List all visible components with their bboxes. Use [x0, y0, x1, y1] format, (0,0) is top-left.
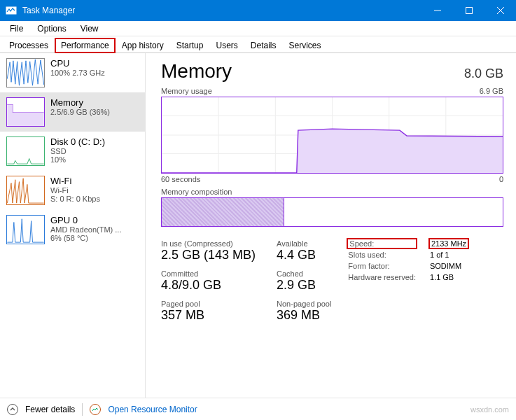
sidebar-item-label: Memory	[50, 97, 139, 108]
maximize-button[interactable]	[453, 0, 484, 21]
tab-performance[interactable]: Performance	[55, 38, 116, 53]
sidebar-item-sub: AMD Radeon(TM) ...	[50, 225, 139, 234]
tab-processes[interactable]: Processes	[3, 38, 55, 53]
stat-value: 2.5 GB (143 MB)	[161, 248, 256, 262]
sidebar-item-sub2: 10%	[50, 155, 139, 164]
menu-view[interactable]: View	[74, 22, 106, 35]
memory-capacity: 8.0 GB	[464, 66, 503, 81]
speed-value: 2133 MHz	[428, 238, 469, 249]
memory-composition-chart[interactable]	[161, 197, 503, 227]
title-bar: Task Manager	[0, 0, 516, 21]
task-manager-icon	[6, 5, 17, 16]
sidebar-item-wifi[interactable]: Wi-Fi Wi-Fi S: 0 R: 0 Kbps	[0, 171, 145, 210]
wifi-thumb	[6, 176, 45, 205]
minimize-button[interactable]	[421, 0, 453, 21]
stat-value: 4.8/9.0 GB	[161, 278, 256, 293]
sidebar-item-sub2: S: 0 R: 0 Kbps	[50, 195, 139, 203]
chevron-up-icon[interactable]	[7, 404, 18, 415]
sidebar-item-sub: SSD	[50, 147, 139, 155]
sidebar-item-label: Wi-Fi	[50, 176, 139, 186]
svg-marker-14	[297, 129, 503, 173]
footer-bar: Fewer details Open Resource Monitor wsxd…	[0, 398, 516, 420]
tab-startup[interactable]: Startup	[170, 38, 210, 53]
form-factor-value: SODIMM	[430, 262, 468, 270]
sidebar-item-label: Disk 0 (C: D:)	[50, 136, 139, 147]
resource-monitor-icon	[90, 404, 101, 415]
sidebar-item-sub2: 6% (58 °C)	[50, 234, 139, 242]
stat-value: 4.4 GB	[277, 248, 331, 262]
sidebar-item-sub: 100% 2.73 GHz	[50, 69, 139, 77]
usage-max: 6.9 GB	[480, 87, 503, 95]
hw-reserved-value: 1.1 GB	[430, 273, 468, 281]
sidebar-item-memory[interactable]: Memory 2.5/6.9 GB (36%)	[0, 92, 145, 132]
menu-options[interactable]: Options	[30, 22, 73, 35]
slots-label: Slots used:	[348, 251, 416, 259]
composition-label: Memory composition	[161, 188, 232, 196]
detail-pane: Memory 8.0 GB Memory usage 6.9 GB 60 sec…	[146, 53, 516, 398]
menu-bar: File Options View	[0, 21, 516, 36]
menu-file[interactable]: File	[3, 22, 30, 35]
close-button[interactable]	[484, 0, 516, 21]
tab-strip: Processes Performance App history Startu…	[0, 36, 516, 53]
svg-rect-2	[466, 8, 472, 14]
stat-label: Paged pool	[161, 300, 256, 308]
tab-app-history[interactable]: App history	[116, 38, 170, 53]
stat-label: In use (Compressed)	[161, 239, 256, 248]
tab-users[interactable]: Users	[209, 38, 244, 53]
separator	[82, 403, 83, 416]
resource-sidebar: CPU 100% 2.73 GHz Memory 2.5/6.9 GB (36%…	[0, 53, 146, 398]
sidebar-item-label: CPU	[50, 58, 139, 69]
form-factor-label: Form factor:	[348, 262, 416, 270]
usage-label: Memory usage	[161, 87, 212, 95]
sidebar-item-sub: Wi-Fi	[50, 186, 139, 195]
slots-value: 1 of 1	[430, 251, 468, 259]
hw-reserved-label: Hardware reserved:	[348, 273, 416, 281]
fewer-details-link[interactable]: Fewer details	[25, 405, 75, 414]
sidebar-item-sub: 2.5/6.9 GB (36%)	[50, 108, 139, 116]
tab-services[interactable]: Services	[283, 38, 328, 53]
stat-value: 369 MB	[277, 308, 331, 323]
sidebar-item-label: GPU 0	[50, 215, 139, 225]
stat-label: Available	[277, 239, 331, 248]
tab-details[interactable]: Details	[244, 38, 283, 53]
stats-right: Speed: 2133 MHz Slots used: 1 of 1 Form …	[348, 239, 468, 323]
memory-usage-chart[interactable]	[161, 97, 503, 174]
window-title: Task Manager	[22, 6, 421, 15]
stat-label: Committed	[161, 270, 256, 278]
sidebar-item-gpu[interactable]: GPU 0 AMD Radeon(TM) ... 6% (58 °C)	[0, 210, 145, 249]
disk-thumb	[6, 136, 45, 166]
page-title: Memory	[161, 60, 232, 83]
open-resource-monitor-link[interactable]: Open Resource Monitor	[108, 405, 197, 414]
stat-label: Cached	[277, 270, 331, 278]
stat-value: 2.9 GB	[277, 278, 331, 293]
stat-label: Non-paged pool	[277, 300, 331, 308]
axis-left: 60 seconds	[161, 175, 200, 183]
cpu-thumb	[6, 58, 45, 88]
memory-thumb	[6, 97, 45, 127]
axis-right: 0	[499, 175, 503, 183]
gpu-thumb	[6, 215, 45, 244]
stat-value: 357 MB	[161, 308, 256, 323]
sidebar-item-disk[interactable]: Disk 0 (C: D:) SSD 10%	[0, 132, 145, 171]
speed-label: Speed:	[347, 238, 417, 249]
sidebar-item-cpu[interactable]: CPU 100% 2.73 GHz	[0, 53, 145, 92]
stats-left: In use (Compressed) 2.5 GB (143 MB) Avai…	[161, 239, 331, 323]
watermark: wsxdn.com	[470, 405, 509, 414]
